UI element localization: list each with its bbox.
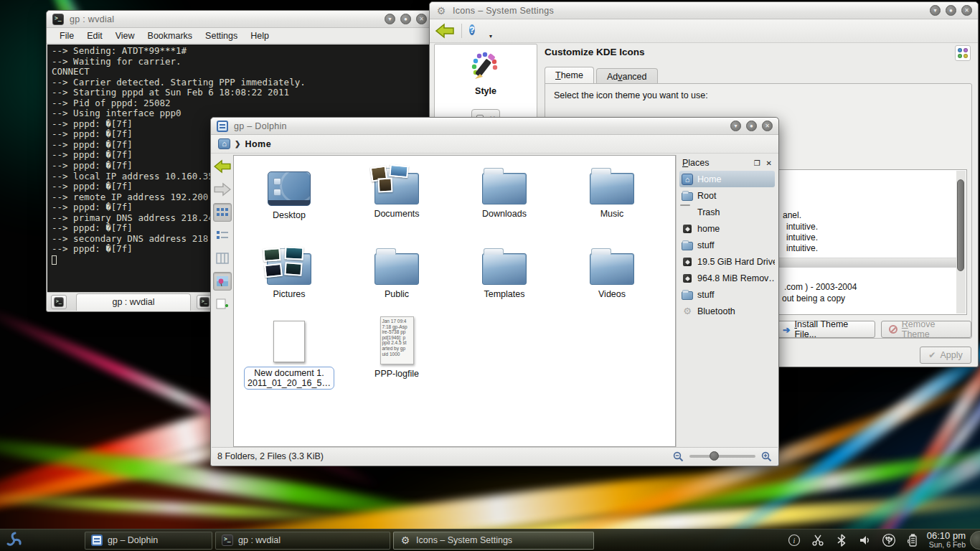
volume-icon[interactable] <box>858 533 872 547</box>
back-button[interactable] <box>213 157 232 176</box>
minimize-button[interactable]: ▾ <box>930 5 941 16</box>
close-button[interactable]: ✕ <box>961 5 972 16</box>
place-item-19-5-gib-hard-drive[interactable]: 19.5 GiB Hard Drive <box>679 253 775 270</box>
item-label: Public <box>343 289 451 299</box>
menu-item-help[interactable]: Help <box>245 29 275 42</box>
back-button[interactable] <box>435 23 454 39</box>
app-launcher-button[interactable] <box>0 529 29 551</box>
icons-view-button[interactable] <box>213 203 232 222</box>
place-item-trash[interactable]: Trash <box>679 204 775 220</box>
place-item-label: Root <box>697 191 716 201</box>
photo-thumbnail <box>377 177 392 192</box>
menu-item-view[interactable]: View <box>110 29 141 42</box>
help-icon: ? <box>469 24 475 35</box>
overview-grid-icon[interactable] <box>955 45 971 61</box>
place-item-home[interactable]: home <box>679 220 775 237</box>
close-button[interactable]: ✕ <box>762 121 773 131</box>
breadcrumb[interactable]: Home <box>245 139 271 149</box>
system-tray: i <box>780 533 927 547</box>
bluetooth-icon[interactable] <box>834 533 849 547</box>
minimize-button[interactable]: ▾ <box>730 121 741 131</box>
folder-view-item[interactable]: Public <box>343 246 451 299</box>
scrollbar[interactable] <box>956 171 966 314</box>
maximize-button[interactable]: ● <box>946 5 956 16</box>
tab-advanced[interactable]: Advanced <box>596 68 658 84</box>
panel-cashew[interactable] <box>970 531 980 550</box>
check-icon: ✔ <box>928 350 936 360</box>
terminal-titlebar[interactable]: gp : wvdial ▾ ● ✕ <box>47 11 433 28</box>
menu-item-edit[interactable]: Edit <box>81 29 108 42</box>
info-icon[interactable]: i <box>787 533 801 547</box>
home-icon[interactable]: ⌂ <box>218 138 230 149</box>
scrollbar-thumb[interactable] <box>957 179 964 271</box>
place-item-home[interactable]: ⌂Home <box>679 171 775 187</box>
place-item-label: Home <box>697 174 721 184</box>
place-item-label: Trash <box>697 207 720 217</box>
new-tab-button[interactable] <box>51 295 67 309</box>
terminal-line: --> Sending: ATDT*99***1# <box>52 46 428 57</box>
split-view-button[interactable] <box>213 295 232 314</box>
place-item-stuff[interactable]: stuff <box>679 237 775 253</box>
terminal-tab[interactable]: gp : wvdial <box>76 293 191 311</box>
photo-thumbnail <box>285 246 304 260</box>
folder-view-item[interactable]: Videos <box>558 246 666 299</box>
clock[interactable]: 06:10 pm Sun, 6 Feb <box>927 531 970 550</box>
help-button[interactable]: ? ▾ <box>469 22 486 39</box>
status-text: 8 Folders, 2 Files (3.3 KiB) <box>217 451 673 461</box>
install-theme-button[interactable]: ➔Install Theme File... <box>775 321 875 338</box>
settings-title: Icons – System Settings <box>453 6 924 16</box>
folder-view-item[interactable]: Desktop <box>235 166 343 220</box>
pictures-folder-icon <box>267 253 311 285</box>
place-item-label: 964.8 MiB Remov… <box>697 273 775 283</box>
zoom-slider-handle[interactable] <box>710 451 719 461</box>
folder-icon <box>374 253 419 285</box>
columns-view-button[interactable] <box>213 249 232 268</box>
klipper-scissors-icon[interactable] <box>811 533 825 547</box>
maximize-button[interactable]: ● <box>746 121 757 131</box>
sidebar-item-label: Style <box>435 86 537 96</box>
folder-view-item[interactable]: Jan 17 09:4 7:18 gp-Asp ire-5738 pp pd[1… <box>343 315 451 379</box>
dolphin-titlebar[interactable]: gp – Dolphin ▾ ● ✕ <box>211 118 778 135</box>
zoom-out-icon[interactable] <box>673 451 684 462</box>
taskbar-task-3[interactable]: ⚙Icons – System Settings <box>393 532 594 550</box>
place-item-stuff[interactable]: stuff <box>679 286 775 303</box>
remove-theme-button[interactable]: Remove Theme <box>881 321 971 338</box>
menu-item-file[interactable]: File <box>54 29 80 42</box>
chevron-down-icon: ▾ <box>489 33 492 39</box>
menu-item-bookmarks[interactable]: Bookmarks <box>142 29 199 42</box>
sidebar-item-style[interactable]: Style <box>435 44 537 96</box>
maximize-button[interactable]: ● <box>400 14 411 24</box>
zoom-in-icon[interactable] <box>761 451 772 462</box>
places-panel: Places ❐ ✕ ⌂HomeRootTrashhomestuff19.5 G… <box>676 155 778 447</box>
terminal-line: --> Carrier detected. Starting PPP immed… <box>52 77 428 88</box>
menu-item-settings[interactable]: Settings <box>199 29 243 42</box>
folder-view-item[interactable]: New document 1.2011_01_20_16_5… <box>235 315 343 390</box>
minimize-button[interactable]: ▾ <box>385 14 395 24</box>
folder-view-item[interactable]: Music <box>558 166 666 219</box>
folder-view-item[interactable]: Documents <box>343 166 451 219</box>
taskbar-task-1[interactable]: gp – Dolphin <box>85 532 212 550</box>
zoom-slider[interactable] <box>689 455 755 458</box>
close-button[interactable]: ✕ <box>416 14 427 24</box>
float-panel-icon[interactable]: ❐ <box>754 159 760 167</box>
folder-view-item[interactable]: Downloads <box>451 166 558 219</box>
item-label: Documents <box>343 209 451 219</box>
taskbar-task-2[interactable]: gp : wvdial <box>215 532 390 550</box>
folder-icon <box>590 173 634 204</box>
theme-list-text-fragment: out being a copy <box>782 293 845 303</box>
place-item-964-8-mib-remov-[interactable]: 964.8 MiB Remov… <box>679 270 775 286</box>
usb-device-icon[interactable] <box>882 533 896 547</box>
details-view-button[interactable] <box>213 226 232 245</box>
place-item-root[interactable]: Root <box>679 187 775 204</box>
folder-view[interactable]: DesktopDocumentsDownloadsMusicPicturesPu… <box>233 155 676 447</box>
tab-theme[interactable]: Theme <box>545 67 594 84</box>
folder-view-item[interactable]: Templates <box>451 246 558 299</box>
place-item-bluetooth[interactable]: ⚙Bluetooth <box>679 303 775 319</box>
apply-button[interactable]: ✔Apply <box>920 347 971 364</box>
forward-button[interactable] <box>213 180 232 199</box>
close-panel-icon[interactable]: ✕ <box>766 159 772 167</box>
preview-button[interactable] <box>213 272 232 291</box>
settings-titlebar[interactable]: ⚙ Icons – System Settings ▾ ● ✕ <box>430 2 978 19</box>
folder-view-item[interactable]: Pictures <box>235 246 343 299</box>
battery-icon[interactable] <box>905 533 920 547</box>
